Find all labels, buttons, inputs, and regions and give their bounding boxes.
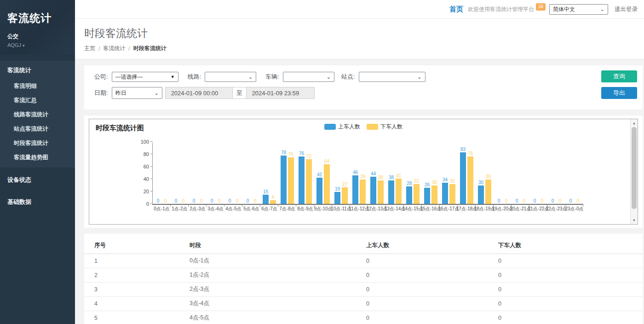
bar-value-label: 0: [254, 198, 257, 203]
x-tick-label: 0点-1点: [154, 206, 169, 212]
bar-value-label: 38: [389, 175, 394, 180]
bar-value-label: 78: [281, 150, 286, 155]
chevron-down-icon: ⌄: [327, 74, 331, 80]
bar-group: 42649点-10点: [314, 142, 332, 204]
bar-value-label: 39: [360, 174, 365, 179]
export-button[interactable]: 导出: [601, 87, 637, 99]
table-cell: 3点-4点: [190, 297, 366, 311]
bar: [449, 184, 455, 204]
breadcrumb-current: 时段客流统计: [133, 45, 167, 52]
bar-value-label: 0: [200, 198, 203, 203]
bar-value-label: 0: [559, 198, 562, 203]
app-brand: 客流统计: [7, 11, 68, 25]
sidebar-item-base-data[interactable]: 基础数据: [0, 192, 75, 212]
filter-row-2: 日期: 昨日 ⌄ 2024-01-09 00:00 至 2024-01-09 2…: [94, 87, 632, 99]
bar-value-label: 76: [468, 151, 473, 156]
bar: [396, 179, 402, 204]
chart-scrollbar[interactable]: ▲ ▼: [630, 119, 638, 224]
home-link[interactable]: 首页: [449, 5, 463, 14]
table-cell: 2: [84, 268, 190, 283]
bar: [485, 179, 491, 204]
bar-value-label: 34: [443, 177, 448, 182]
bar: [324, 164, 330, 204]
dropdown-arrow-icon: ▼: [171, 75, 175, 79]
bar-value-label: 75: [288, 152, 293, 157]
sidebar-item-station-stats[interactable]: 站点客流统计: [0, 122, 75, 136]
sidebar-item-passenger-detail[interactable]: 客流明细: [0, 79, 75, 93]
bar-value-label: 27: [342, 182, 347, 187]
bar-value-label: 0: [175, 198, 178, 203]
nav-section-passenger-stats: 客流统计 客流明细 客流汇总 线路客流统计 站点客流统计 时段客流统计 客流量趋…: [0, 61, 75, 168]
notification-badge: 34: [536, 3, 546, 11]
bar-group: 001点-2点: [171, 142, 189, 204]
bar: [263, 195, 269, 204]
table-row: 32点-3点00: [84, 283, 643, 297]
breadcrumb-home[interactable]: 主页: [84, 45, 95, 52]
date-preset-select[interactable]: 昨日 ⌄: [112, 87, 162, 99]
date-label: 日期:: [94, 89, 108, 97]
org-name: 公交: [7, 33, 68, 40]
breadcrumb-passenger-stats[interactable]: 客流统计: [103, 45, 125, 52]
bar-group: 283214点-15点: [404, 142, 422, 204]
end-datetime-input[interactable]: 2024-01-09 23:59: [246, 87, 315, 99]
legend-item[interactable]: 上车人数: [324, 123, 360, 131]
breadcrumb-separator: /: [98, 46, 100, 52]
bar: [352, 175, 358, 204]
bar-group: 837617点-18点: [458, 142, 476, 204]
bar-group: 0019点-20点: [494, 142, 512, 204]
bar-value-label: 15: [263, 189, 268, 194]
x-tick-label: 23点-0点: [565, 206, 583, 212]
sidebar-item-device-status[interactable]: 设备状态: [0, 170, 75, 190]
company-label: 公司:: [94, 73, 108, 81]
company-select[interactable]: ---请选择--- ▼: [112, 72, 178, 82]
bar-value-label: 32: [450, 179, 455, 184]
bar-group: 1566点-7点: [260, 142, 278, 204]
line-select[interactable]: ⌄: [205, 72, 256, 82]
org-code-label: AQGJ: [7, 42, 21, 48]
station-select[interactable]: ⌄: [359, 72, 426, 82]
scrollbar-thumb[interactable]: [632, 127, 637, 209]
sidebar-item-line-stats[interactable]: 线路客流统计: [0, 108, 75, 122]
table-cell: 0: [498, 311, 643, 324]
x-tick-label: 8点-9点: [297, 206, 313, 212]
scroll-up-icon[interactable]: ▲: [631, 120, 638, 127]
table-cell: 0: [498, 297, 643, 311]
bar-group: 343216点-17点: [440, 142, 458, 204]
sidebar-item-period-stats[interactable]: 时段客流统计: [0, 136, 75, 150]
bar-value-label: 0: [552, 198, 554, 203]
bar-group: 463911点-12点: [350, 142, 368, 204]
x-tick-label: 1点-2点: [172, 206, 187, 212]
legend-item[interactable]: 下车人数: [367, 123, 402, 131]
bar-value-label: 0: [577, 198, 580, 203]
bar-value-label: 0: [534, 198, 536, 203]
table-row: 10点-1点00: [84, 254, 643, 268]
y-tick-label: 80: [136, 151, 149, 157]
start-datetime-input[interactable]: 2024-01-09 00:00: [165, 87, 233, 99]
sidebar-item-passenger-stats[interactable]: 客流统计: [0, 61, 75, 79]
bar: [478, 185, 484, 204]
bar-group: 003点-4点: [207, 142, 224, 204]
language-select[interactable]: 简体中文 ⌄: [549, 4, 608, 15]
vehicle-select[interactable]: ⌄: [283, 72, 334, 82]
bar-value-label: 0: [498, 198, 500, 203]
bar: [442, 183, 448, 204]
sidebar-item-flow-trend[interactable]: 客流量趋势图: [0, 150, 75, 165]
bar-value-label: 30: [432, 180, 437, 185]
scroll-down-icon[interactable]: ▼: [631, 217, 638, 224]
welcome-text: 欢迎使用客流统计管理平台: [468, 6, 534, 13]
y-tick-label: 100: [136, 139, 149, 145]
table-row: 43点-4点00: [84, 297, 643, 311]
bar-value-label: 0: [193, 198, 196, 203]
y-tick-label: 20: [136, 189, 149, 194]
logout-link[interactable]: 退出登录: [615, 6, 638, 13]
table-cell: 3: [84, 283, 190, 297]
table-header-row: 序号时段上车人数下车人数: [84, 238, 643, 254]
org-selector[interactable]: AQGJ▾: [7, 42, 68, 48]
bar-group: 002点-3点: [189, 142, 207, 204]
bar: [370, 177, 376, 204]
bar-group: 0022点-23点: [547, 142, 565, 204]
table-row: 21点-2点00: [84, 268, 643, 283]
query-button[interactable]: 查询: [601, 70, 637, 82]
bar-value-label: 0: [541, 198, 544, 203]
sidebar-item-passenger-summary[interactable]: 客流汇总: [0, 93, 75, 108]
